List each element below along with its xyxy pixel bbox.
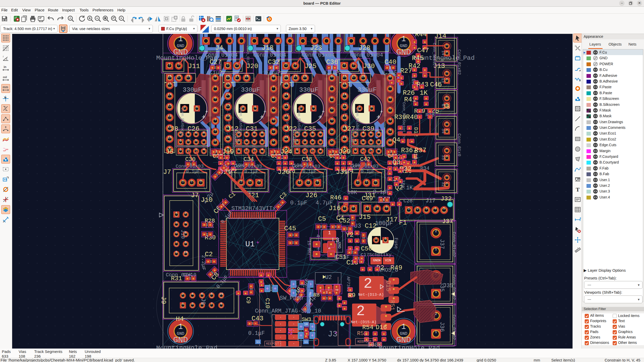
svg-text:PWR: PWR [272, 133, 275, 135]
svg-text:PWR: PWR [389, 101, 392, 102]
svg-text:16: 16 [168, 75, 171, 78]
svg-text:PWR: PWR [190, 184, 193, 186]
svg-text:D16: D16 [376, 324, 387, 331]
svg-text:PWR: PWR [407, 211, 410, 213]
svg-text:PWR: PWR [203, 143, 205, 145]
svg-text:1: 1 [435, 247, 437, 251]
svg-text:GND: GND [396, 48, 411, 57]
svg-text:12: 12 [226, 114, 230, 118]
svg-text:11: 11 [256, 340, 260, 344]
svg-text:C30: C30 [185, 156, 196, 163]
svg-text:3: 3 [253, 148, 255, 152]
svg-text:2: 2 [446, 182, 448, 185]
svg-text:0.1μF: 0.1μF [350, 131, 355, 143]
svg-text:1: 1 [182, 302, 184, 306]
svg-text:12: 12 [284, 114, 288, 118]
svg-text:1: 1 [344, 205, 346, 209]
svg-text:PWR: PWR [187, 135, 190, 137]
svg-text:2.2μF: 2.2μF [201, 255, 206, 270]
svg-text:PWR: PWR [227, 140, 230, 142]
svg-text:Y2: Y2 [346, 231, 354, 239]
svg-text:PWR: PWR [434, 211, 437, 213]
svg-text:PWR: PWR [214, 101, 217, 102]
svg-text:5: 5 [389, 107, 391, 111]
svg-text:PWR: PWR [168, 97, 171, 99]
svg-text:PWR: PWR [389, 122, 392, 124]
svg-text:R26: R26 [403, 89, 415, 97]
svg-text:PWR: PWR [416, 211, 419, 213]
svg-text:PWR: PWR [214, 122, 217, 124]
svg-text:PWR: PWR [214, 143, 217, 145]
svg-text:·: · [235, 215, 237, 217]
svg-text:14: 14 [226, 93, 230, 97]
svg-text:·: · [293, 336, 295, 339]
svg-text:PWR: PWR [191, 297, 194, 298]
svg-text:PWR: PWR [285, 140, 288, 142]
svg-text:·: · [267, 215, 269, 217]
svg-text:·: · [271, 215, 272, 217]
svg-text:PWR: PWR [331, 90, 333, 92]
svg-text:·: · [273, 215, 274, 217]
svg-text:PWR: PWR [175, 216, 178, 217]
svg-text:PWR: PWR [425, 211, 428, 213]
svg-text:8: 8 [185, 241, 187, 245]
svg-text:C50: C50 [361, 245, 372, 252]
svg-text:15: 15 [168, 82, 171, 86]
svg-text:C40: C40 [384, 58, 396, 66]
svg-text:C43: C43 [252, 315, 263, 322]
svg-text:1: 1 [175, 211, 177, 215]
svg-text:16: 16 [284, 75, 288, 78]
svg-text:J28: J28 [359, 44, 370, 52]
svg-text:15: 15 [226, 82, 230, 86]
svg-text:PWR: PWR [376, 210, 379, 211]
svg-text:3: 3 [273, 129, 275, 132]
svg-text:·: · [280, 316, 281, 319]
svg-text:J18: J18 [262, 44, 274, 52]
svg-text:PWR: PWR [316, 184, 319, 186]
svg-text:7: 7 [214, 86, 216, 89]
svg-text:3: 3 [375, 180, 377, 183]
svg-text:PWR: PWR [352, 210, 355, 211]
svg-text:15: 15 [342, 82, 346, 86]
svg-text:6: 6 [214, 97, 216, 100]
svg-text:·: · [258, 215, 259, 217]
svg-text:PWR: PWR [254, 109, 257, 111]
svg-text:3: 3 [175, 221, 177, 225]
svg-text:+: + [202, 113, 206, 121]
svg-text:1K: 1K [406, 185, 413, 191]
svg-text:A: A [69, 17, 71, 20]
svg-text:PWR: PWR [168, 86, 171, 88]
svg-text:5: 5 [443, 207, 445, 211]
svg-text:7: 7 [378, 139, 380, 143]
svg-text:PWR: PWR [187, 143, 190, 145]
svg-text:R9: R9 [348, 292, 356, 299]
svg-text:0.1μF: 0.1μF [292, 131, 297, 143]
svg-text:PWR: PWR [245, 143, 248, 145]
svg-text:PWR: PWR [304, 79, 306, 81]
svg-text:PWR: PWR [370, 135, 373, 137]
svg-text:J7: J7 [191, 192, 199, 199]
svg-text:PWR: PWR [175, 235, 178, 237]
svg-text:C5: C5 [318, 215, 326, 223]
svg-text:+: + [318, 113, 322, 121]
svg-text:Conn_01x0: Conn_01x0 [246, 46, 250, 65]
svg-text:2: 2 [446, 51, 448, 54]
svg-text:7: 7 [261, 139, 263, 143]
svg-text:1: 1 [312, 105, 314, 109]
svg-text:PWR: PWR [352, 67, 355, 69]
svg-text:1: 1 [320, 290, 321, 292]
svg-text:PWR: PWR [311, 143, 314, 145]
svg-text:10: 10 [168, 136, 171, 139]
svg-text:17: 17 [177, 75, 181, 78]
svg-text:1: 1 [408, 207, 410, 211]
svg-text:18: 18 [303, 75, 307, 78]
svg-text:PWR: PWR [253, 135, 256, 137]
svg-text:·: · [263, 215, 265, 217]
svg-text:2: 2 [356, 303, 365, 320]
svg-text:PWR: PWR [201, 306, 204, 308]
svg-text:SW3: SW3 [302, 316, 311, 322]
svg-text:7: 7 [389, 86, 391, 89]
svg-text:PWR: PWR [385, 210, 388, 211]
svg-text:·: · [280, 329, 281, 333]
svg-text:Conn_01x02: Conn_01x02 [452, 315, 456, 340]
